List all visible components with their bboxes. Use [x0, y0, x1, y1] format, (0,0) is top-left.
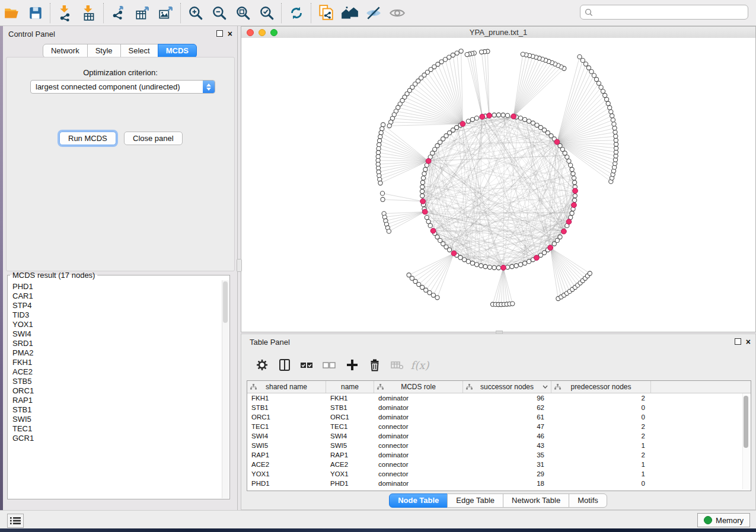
- save-session-icon[interactable]: [24, 2, 47, 24]
- table-cell: TEC1: [247, 423, 326, 430]
- table-cell: 43: [463, 442, 551, 449]
- refresh-icon[interactable]: [285, 2, 308, 24]
- table-row[interactable]: YOX1YOX1connector291: [247, 469, 751, 479]
- mcds-result-item[interactable]: PHD1: [12, 282, 222, 291]
- mcds-result-item[interactable]: PMA2: [12, 348, 222, 358]
- mcds-result-item[interactable]: GCR1: [12, 434, 222, 443]
- show-all-icon[interactable]: [385, 2, 409, 24]
- mcds-result-item[interactable]: STB5: [12, 377, 222, 386]
- float-table-panel-icon[interactable]: [735, 338, 741, 345]
- close-table-panel-icon[interactable]: ×: [746, 339, 751, 345]
- tab-select[interactable]: Select: [120, 44, 158, 58]
- tab-motifs[interactable]: Motifs: [569, 493, 607, 508]
- mcds-result-item[interactable]: SWI5: [12, 415, 222, 424]
- tab-style[interactable]: Style: [87, 44, 121, 58]
- table-cell: 0: [551, 414, 651, 421]
- float-panel-icon[interactable]: [216, 30, 223, 37]
- optimization-criterion-select[interactable]: largest connected component (undirected): [30, 80, 215, 94]
- search-icon: [584, 8, 594, 17]
- import-table-icon[interactable]: [77, 2, 101, 24]
- mcds-result-item[interactable]: TID3: [12, 310, 222, 320]
- close-panel-icon[interactable]: ×: [228, 31, 232, 37]
- mcds-result-item[interactable]: TEC1: [12, 424, 222, 434]
- mcds-result-item[interactable]: SWI4: [12, 329, 222, 339]
- column-header-name[interactable]: name: [326, 381, 374, 393]
- table-scrollbar[interactable]: [742, 393, 749, 489]
- panel-splitter-grip[interactable]: [237, 259, 242, 272]
- export-image-icon[interactable]: [154, 2, 178, 24]
- mcds-result-item[interactable]: STP4: [12, 301, 222, 310]
- open-file-icon[interactable]: [0, 2, 24, 24]
- run-mcds-button[interactable]: Run MCDS: [59, 132, 116, 145]
- zoom-fit-icon[interactable]: [231, 2, 255, 24]
- table-row[interactable]: TEC1TEC1connector472: [247, 422, 751, 431]
- mcds-result-item[interactable]: STB1: [12, 405, 222, 415]
- create-column-icon[interactable]: [342, 355, 362, 375]
- mcds-result-item[interactable]: ACE2: [12, 367, 222, 377]
- zoom-in-icon[interactable]: [184, 2, 208, 24]
- table-row[interactable]: ACE2ACE2connector311: [247, 460, 751, 469]
- zoom-selected-icon[interactable]: [255, 2, 279, 24]
- table-row[interactable]: STB1STB1dominator620: [247, 403, 751, 412]
- network-window-titlebar[interactable]: YPA_prune.txt_1: [241, 27, 755, 39]
- table-row[interactable]: SWI5SWI5connector431: [247, 441, 751, 450]
- close-panel-button[interactable]: Close panel: [124, 132, 183, 145]
- mcds-result-item[interactable]: CAR1: [12, 291, 222, 301]
- table-cell: 0: [551, 404, 651, 411]
- select-all-columns-icon[interactable]: [297, 355, 317, 375]
- table-settings-gear-icon[interactable]: [252, 355, 272, 375]
- mcds-result-item[interactable]: ORC1: [12, 386, 222, 396]
- memory-button[interactable]: Memory: [697, 513, 750, 527]
- network-view-window: YPA_prune.txt_1: [241, 26, 756, 332]
- column-header-successor-nodes[interactable]: successor nodes: [463, 381, 551, 393]
- mcds-result-item[interactable]: SRD1: [12, 339, 222, 348]
- mcds-result-box: MCDS result (17 nodes) PHD1CAR1STP4TID3Y…: [7, 271, 230, 499]
- zoom-out-icon[interactable]: [208, 2, 231, 24]
- mcds-result-list[interactable]: PHD1CAR1STP4TID3YOX1SWI4SRD1PMA2FKH1ACE2…: [8, 280, 222, 498]
- deselect-all-columns-icon[interactable]: [320, 355, 340, 375]
- table-row[interactable]: FKH1FKH1dominator962: [247, 393, 751, 403]
- mcds-result-item[interactable]: YOX1: [12, 320, 222, 329]
- table-cell: dominator: [374, 414, 463, 421]
- table-cell: PHD1: [247, 480, 326, 487]
- table-scrollbar-thumb[interactable]: [744, 396, 748, 448]
- tab-network-table[interactable]: Network Table: [503, 493, 569, 508]
- column-type-icon: [250, 384, 257, 390]
- column-type-icon: [554, 384, 561, 390]
- hide-selected-icon[interactable]: [362, 2, 385, 24]
- mcds-list-scrollbar[interactable]: [222, 280, 229, 498]
- table-cell: 1: [551, 461, 651, 468]
- tab-edge-table[interactable]: Edge Table: [447, 493, 503, 508]
- column-header-predecessor-nodes[interactable]: predecessor nodes: [551, 381, 651, 393]
- network-graph[interactable]: [241, 38, 755, 332]
- import-network-icon[interactable]: [53, 2, 77, 24]
- node-table: shared name name MCDS role successor nod…: [247, 380, 751, 491]
- table-cell: connector: [374, 470, 463, 477]
- table-row[interactable]: PHD1PHD1dominator180: [247, 479, 751, 488]
- tab-network[interactable]: Network: [43, 44, 88, 58]
- tab-mcds[interactable]: MCDS: [158, 44, 197, 58]
- table-row[interactable]: RAP1RAP1dominator352: [247, 450, 751, 460]
- export-network-icon[interactable]: [107, 2, 130, 24]
- table-cell: FKH1: [326, 395, 374, 402]
- table-row[interactable]: ORC1ORC1dominator610: [247, 412, 751, 422]
- sort-chevron-icon[interactable]: [543, 385, 548, 389]
- table-row[interactable]: SWI4SWI4dominator462: [247, 431, 751, 441]
- duplicate-network-icon[interactable]: [314, 2, 338, 24]
- first-neighbors-icon[interactable]: [338, 2, 362, 24]
- search-input[interactable]: [594, 7, 748, 17]
- table-cell: ORC1: [326, 414, 374, 421]
- export-table-icon[interactable]: [130, 2, 154, 24]
- tab-node-table[interactable]: Node Table: [389, 493, 448, 508]
- column-header-shared-name[interactable]: shared name: [247, 381, 326, 393]
- search-box[interactable]: [580, 5, 748, 20]
- control-panel-title: Control Panel: [8, 30, 55, 39]
- task-history-button[interactable]: [7, 514, 24, 528]
- delete-column-icon[interactable]: [365, 355, 385, 375]
- mcds-result-item[interactable]: FKH1: [12, 358, 222, 367]
- table-cell: RAP1: [326, 451, 374, 459]
- show-columns-icon[interactable]: [275, 355, 295, 375]
- mcds-result-item[interactable]: RAP1: [12, 396, 222, 405]
- column-header-mcds-role[interactable]: MCDS role: [374, 381, 463, 393]
- table-cell: STB1: [326, 404, 374, 411]
